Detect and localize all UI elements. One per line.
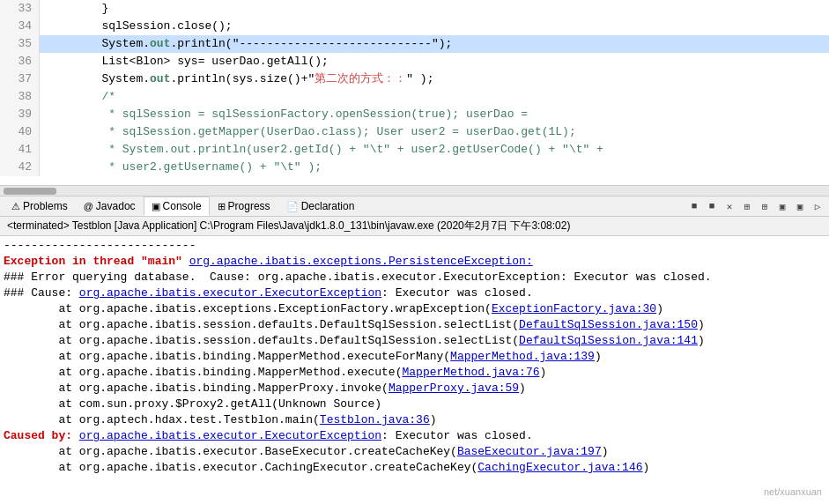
console-line: at org.apache.ibatis.binding.MapperMetho… bbox=[0, 365, 829, 381]
line-content: System.out.println(sys.size()+"第二次的方式：："… bbox=[40, 70, 433, 88]
tab-javadoc[interactable]: @Javadoc bbox=[76, 196, 144, 216]
console-line: at org.apache.ibatis.binding.MapperMetho… bbox=[0, 349, 829, 365]
code-line: 41 * System.out.println(user2.getId() + … bbox=[0, 141, 829, 159]
console-line: ### Cause: org.apache.ibatis.executor.Ex… bbox=[0, 285, 829, 301]
line-content: * user2.getUsername() + "\t" ); bbox=[40, 159, 322, 176]
toolbar-btn-5[interactable]: ▣ bbox=[774, 198, 790, 214]
toolbar-btn-7[interactable]: ▷ bbox=[810, 198, 825, 214]
code-line: 35 System.out.println("-----------------… bbox=[0, 35, 829, 53]
code-line: 39 * sqlSession = sqlSessionFactory.open… bbox=[0, 106, 829, 123]
tab-bar: ⚠Problems@Javadoc▣Console⊞Progress📄Decla… bbox=[0, 196, 829, 217]
scrollbar-thumb[interactable] bbox=[4, 188, 56, 195]
console-line: at org.apache.ibatis.executor.CachingExe… bbox=[0, 460, 829, 476]
toolbar-btn-2[interactable]: ✕ bbox=[722, 198, 737, 214]
console-line: ---------------------------- bbox=[0, 238, 829, 254]
line-content: /* bbox=[40, 88, 115, 106]
code-editor: 33 }34 sqlSession.close();35 System.out.… bbox=[0, 0, 829, 185]
line-number: 40 bbox=[0, 123, 40, 141]
progress-tab-icon: ⊞ bbox=[218, 201, 226, 212]
line-number: 37 bbox=[0, 70, 40, 88]
console-line: at org.apache.ibatis.binding.MapperProxy… bbox=[0, 381, 829, 397]
line-content: * sqlSession.getMapper(UserDao.class); U… bbox=[40, 123, 576, 141]
console-line: Caused by: org.apache.ibatis.executor.Ex… bbox=[0, 428, 829, 444]
line-number: 41 bbox=[0, 141, 40, 159]
tab-progress[interactable]: ⊞Progress bbox=[210, 196, 278, 216]
horizontal-scrollbar[interactable] bbox=[0, 185, 829, 196]
code-line: 40 * sqlSession.getMapper(UserDao.class)… bbox=[0, 123, 829, 141]
declaration-tab-icon: 📄 bbox=[286, 201, 299, 212]
tab-problems[interactable]: ⚠Problems bbox=[4, 196, 76, 216]
javadoc-tab-label: Javadoc bbox=[96, 200, 136, 212]
line-number: 36 bbox=[0, 53, 40, 70]
progress-tab-label: Progress bbox=[228, 200, 270, 212]
tab-bar-toolbar: ■■✕⊞⊞▣▣▷ bbox=[686, 198, 825, 214]
line-content: sqlSession.close(); bbox=[40, 18, 233, 35]
problems-tab-label: Problems bbox=[23, 200, 68, 212]
code-line: 36 List<Blon> sys= userDao.getAll(); bbox=[0, 53, 829, 70]
toolbar-btn-3[interactable]: ⊞ bbox=[739, 198, 755, 214]
line-number: 39 bbox=[0, 106, 40, 123]
code-line: 42 * user2.getUsername() + "\t" ); bbox=[0, 159, 829, 176]
console-line: at org.apache.ibatis.exceptions.Exceptio… bbox=[0, 301, 829, 317]
code-line: 34 sqlSession.close(); bbox=[0, 18, 829, 35]
console-content: ----------------------------Exception in… bbox=[0, 236, 829, 478]
line-number: 34 bbox=[0, 18, 40, 35]
watermark: net/xuanxuan bbox=[764, 486, 822, 497]
line-content: * System.out.println(user2.getId() + "\t… bbox=[40, 141, 603, 159]
console-line: at org.aptech.hdax.test.Testblon.main(Te… bbox=[0, 412, 829, 428]
line-number: 33 bbox=[0, 0, 40, 18]
tab-console[interactable]: ▣Console bbox=[144, 196, 210, 216]
code-line: 38 /* bbox=[0, 88, 829, 106]
declaration-tab-label: Declaration bbox=[301, 200, 355, 212]
code-line: 33 } bbox=[0, 0, 829, 18]
toolbar-btn-6[interactable]: ▣ bbox=[792, 198, 808, 214]
line-content: List<Blon> sys= userDao.getAll(); bbox=[40, 53, 329, 70]
javadoc-tab-icon: @ bbox=[84, 201, 93, 211]
toolbar-btn-1[interactable]: ■ bbox=[704, 198, 720, 214]
line-content: * sqlSession = sqlSessionFactory.openSes… bbox=[40, 106, 528, 123]
tab-declaration[interactable]: 📄Declaration bbox=[278, 196, 363, 216]
line-number: 42 bbox=[0, 159, 40, 176]
console-line: at org.apache.ibatis.executor.BaseExecut… bbox=[0, 444, 829, 460]
console-line: at com.sun.proxy.$Proxy2.getAll(Unknown … bbox=[0, 397, 829, 412]
line-content: } bbox=[40, 0, 108, 18]
console-line: at org.apache.ibatis.session.defaults.De… bbox=[0, 333, 829, 349]
line-content: System.out.println("--------------------… bbox=[40, 35, 452, 53]
toolbar-btn-4[interactable]: ⊞ bbox=[757, 198, 773, 214]
line-number: 35 bbox=[0, 35, 40, 53]
console-line: ### Error querying database. Cause: org.… bbox=[0, 270, 829, 285]
code-line: 37 System.out.println(sys.size()+"第二次的方式… bbox=[0, 70, 829, 88]
console-tab-icon: ▣ bbox=[152, 201, 160, 212]
problems-tab-icon: ⚠ bbox=[11, 201, 20, 212]
ide-window: 33 }34 sqlSession.close();35 System.out.… bbox=[0, 0, 829, 478]
console-line: at org.apache.ibatis.session.defaults.De… bbox=[0, 317, 829, 333]
console-line: Exception in thread "main" org.apache.ib… bbox=[0, 254, 829, 270]
toolbar-btn-0[interactable]: ■ bbox=[686, 198, 702, 214]
console-header: <terminated> Testblon [Java Application]… bbox=[0, 217, 829, 236]
console-tab-label: Console bbox=[163, 200, 202, 212]
line-number: 38 bbox=[0, 88, 40, 106]
